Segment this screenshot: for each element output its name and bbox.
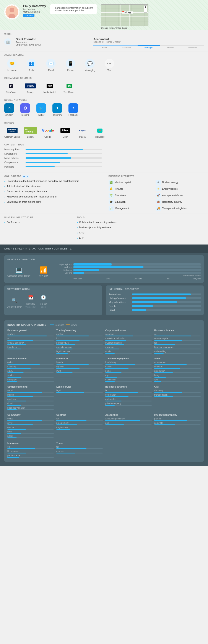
insight-bar-track — [56, 364, 103, 364]
insight-item: accounting software — [105, 418, 152, 421]
wifi-icon: 📶 — [40, 266, 48, 274]
work-company: Grant Thornton — [16, 38, 89, 41]
goal-3-bullet: • — [4, 190, 6, 194]
marketwatch-label: MarketWatch — [44, 91, 56, 94]
goal-3: • Get access to a company's client data — [4, 190, 100, 194]
insight-item: stocks — [7, 374, 54, 378]
brand-deliveroo: 🦘 Deliveroo — [94, 126, 106, 138]
insight-bar-track — [7, 392, 54, 393]
bi-crops-label: Crops/seed — [115, 194, 127, 196]
insight-word: travelpork — [7, 346, 54, 348]
bi-col: BUSINESS INTERESTS 💹 Venture capital ⚛ N… — [104, 175, 204, 211]
insight-bar-fill — [105, 381, 114, 382]
ir-maps: Maps/directions — [109, 301, 201, 304]
tool-2-text: Business/productivity software — [79, 226, 111, 229]
insight-bar-fill — [105, 424, 124, 425]
speed-very-fast: Very fast — [193, 278, 201, 280]
insight-bar-fill — [56, 348, 72, 350]
place-1-text: Conferences — [7, 221, 20, 224]
insight-bar-fill — [56, 452, 75, 454]
social-telegram: ✈ Telegram — [52, 104, 62, 116]
bi-vc-icon: 💹 — [108, 180, 114, 185]
goals-bi-section: GOALS/NEEDS BETA • Learn what are the bi… — [0, 172, 208, 214]
phone-icon: 📱 — [66, 59, 75, 68]
map-zoom-out[interactable]: − — [144, 9, 147, 12]
podcasts-track — [26, 166, 102, 167]
insight-bar-fill — [154, 377, 166, 378]
ir-listings-fill — [132, 298, 186, 299]
insights-grid: Business generalstartupsvccircular econo… — [7, 329, 201, 459]
insight-item: private company — [105, 402, 152, 406]
header: Emily Hathaway Accounting Metro, Millenn… — [0, 0, 208, 30]
how-to-fill — [26, 149, 83, 150]
insight-word: procurement — [56, 422, 103, 424]
insight-word: ripple — [105, 370, 152, 372]
bi-transport: 🚚 Transportation/logistics — [156, 206, 198, 211]
insight-col-accounting: Accountingaccounting softwareabc — [105, 414, 152, 439]
insight-bar-track — [105, 336, 152, 336]
connection-chart: Super high end High end Mid range — [57, 263, 201, 280]
insight-bar-track — [7, 420, 54, 421]
insight-bar-fill — [154, 420, 187, 421]
brands-label: BRANDS — [4, 122, 204, 124]
map-pin: 📍 — [121, 10, 125, 14]
insight-bar-fill — [105, 336, 133, 336]
insight-item: legal investors — [56, 350, 103, 354]
insight-bar-fill — [56, 353, 68, 354]
ir-events: Events — [109, 305, 201, 307]
insight-bar-track — [105, 348, 152, 350]
insight-col-business-finance: Business financevcventure capitalroifina… — [154, 329, 201, 354]
goal-4: • Know what companies is elon musk inves… — [4, 195, 100, 199]
media-disney: Disney Disney — [24, 82, 37, 94]
goals-col: GOALS/NEEDS BETA • Learn what are the bi… — [4, 175, 104, 211]
tool-1: • Collaboration/conferencing software — [77, 221, 204, 224]
insights-section: INDUSTRY SPECIFIC INSIGHTS Searches View… — [0, 318, 208, 466]
ir-list: Promotions Listings/reviews Maps/directi… — [109, 293, 201, 311]
content-how-to: How-to guides — [4, 148, 102, 151]
conn-mid-track — [74, 269, 201, 271]
brand-goldman: GoldmanSachs Goldman Sachs — [4, 126, 20, 138]
insight-word: erp — [105, 374, 152, 376]
insight-item: project investing — [56, 346, 103, 350]
shopify-logo: 🛍 Shopify — [24, 126, 37, 135]
media-section: MEDIA/NEWS SOURCES P PitchBook Disney Di… — [0, 74, 208, 96]
tools-label: TOOLS — [77, 216, 204, 219]
insight-word: copyright — [154, 422, 201, 424]
insight-word: legal investors — [56, 350, 103, 353]
insight-bar-track — [154, 336, 201, 336]
insight-col-title: Trading/investing — [56, 329, 103, 332]
insight-word: engineering — [56, 426, 103, 428]
insight-col-title: Sales — [154, 357, 201, 360]
goal-5-bullet: • — [4, 200, 6, 204]
content-types-section: CONTENT TYPES How-to guides Newsletters … — [0, 141, 208, 172]
insight-word: coffee — [7, 418, 54, 420]
insight-col-business-general: Business generalstartupsvccircular econo… — [7, 329, 54, 354]
conn-high-fill — [74, 266, 144, 268]
insight-bar-fill — [7, 377, 21, 378]
insight-word: project investing — [56, 346, 103, 348]
insight-col-insurance: Insuranceerplife insurancepet insurance — [7, 442, 54, 459]
bi-nuclear-label: Nuclear energy — [162, 181, 178, 184]
map-zoom-in[interactable]: + — [144, 6, 147, 9]
marketwatch-logo: MW — [43, 82, 56, 90]
insight-bar-track — [105, 372, 152, 373]
insight-bar-fill — [7, 424, 33, 425]
media-techcrunch: TC TechCrunch — [63, 82, 76, 94]
insight-word: transportation — [154, 394, 201, 396]
bi-aerospace-icon: 🚀 — [156, 193, 161, 198]
insight-bar-fill — [56, 340, 80, 341]
insight-bar-fill — [7, 438, 17, 438]
insight-item: regtech — [56, 366, 103, 369]
insight-word: software — [154, 366, 201, 368]
tool-2-bullet: • — [77, 226, 78, 230]
insight-col-title: Intellectual property — [154, 414, 201, 416]
insight-word: financial statements — [154, 346, 201, 348]
insight-word: business valuation — [7, 407, 54, 409]
tool-3-text: CRM — [79, 231, 84, 234]
insight-bar-track — [7, 409, 54, 410]
insight-word: venture capital — [154, 337, 201, 340]
bi-nuclear-icon: ⚛ — [156, 180, 161, 185]
work-category: Accounting — [16, 41, 89, 43]
insight-item: mobile — [7, 394, 54, 397]
insight-bar-fill — [154, 348, 170, 350]
